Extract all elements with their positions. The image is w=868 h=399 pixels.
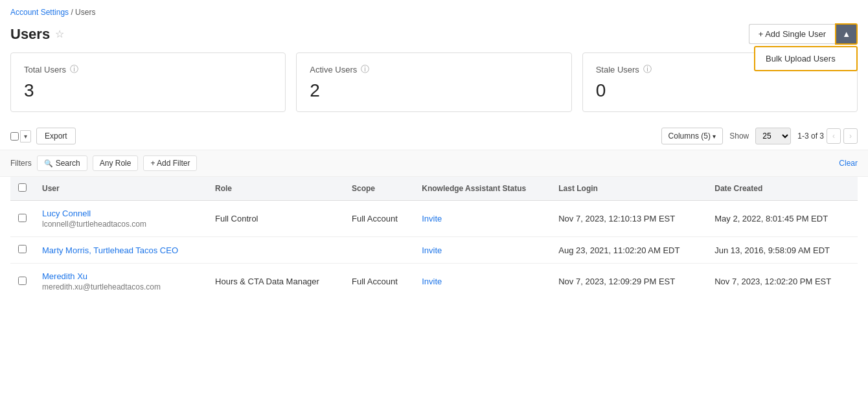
column-header-date-created: Date Created	[707, 177, 858, 201]
stats-row: Total Users ⓘ 3 Active Users ⓘ 2 Stale U…	[0, 52, 868, 122]
active-users-value: 2	[310, 80, 558, 101]
add-filter-button[interactable]: + Add Filter	[143, 155, 197, 171]
show-per-page-select[interactable]: 25 10 50 100	[755, 128, 791, 144]
total-users-info-icon[interactable]: ⓘ	[70, 63, 78, 75]
search-filter-icon: 🔍	[44, 159, 53, 168]
row-checkbox-0[interactable]	[18, 214, 27, 222]
pagination-wrap: 1-3 of 3 ‹ ›	[797, 128, 858, 144]
breadcrumb-parent-link[interactable]: Account Settings	[10, 8, 69, 17]
breadcrumb-separator: /	[71, 8, 73, 17]
show-label: Show	[729, 131, 749, 141]
table-header-checkbox	[10, 177, 34, 201]
column-header-user: User	[34, 177, 207, 201]
stale-users-value: 0	[596, 80, 844, 101]
table-row: Meredith Xu meredith.xu@turtleheadtacos.…	[10, 264, 858, 300]
page-title-wrap: Users ☆	[10, 26, 64, 43]
column-header-last-login: Last Login	[551, 177, 707, 201]
select-all-dropdown[interactable]: ▾	[20, 130, 31, 142]
row-checkbox-cell	[10, 201, 34, 237]
user-name-link-0[interactable]: Lucy Connell	[42, 209, 91, 218]
bulk-upload-dropdown: Bulk Upload Users	[754, 46, 858, 71]
bulk-upload-users-item[interactable]: Bulk Upload Users	[755, 47, 856, 70]
favorite-star-icon[interactable]: ☆	[55, 28, 64, 40]
role-cell-0: Full Control	[207, 201, 344, 237]
clear-filters-link[interactable]: Clear	[839, 159, 858, 168]
row-checkbox-2[interactable]	[18, 277, 27, 285]
role-filter-button[interactable]: Any Role	[93, 155, 139, 171]
scope-cell-2: Full Account	[344, 264, 414, 300]
active-users-info-icon[interactable]: ⓘ	[361, 63, 369, 75]
column-header-ka-status: Knowledge Assistant Status	[414, 177, 551, 201]
add-single-user-button[interactable]: + Add Single User	[749, 24, 835, 44]
row-checkbox-cell	[10, 264, 34, 300]
column-header-role: Role	[207, 177, 344, 201]
select-all-checkbox[interactable]	[10, 132, 19, 141]
page-header: Users ☆ + Add Single User ▲ Bulk Upload …	[0, 19, 868, 52]
user-name-link-2[interactable]: Meredith Xu	[42, 271, 87, 281]
breadcrumb-current: Users	[75, 8, 95, 17]
add-user-dropdown-toggle[interactable]: ▲	[835, 23, 858, 45]
row-checkbox-cell	[10, 237, 34, 264]
select-all-wrap: ▾	[10, 130, 31, 142]
breadcrumb: Account Settings / Users	[0, 0, 868, 19]
header-actions: + Add Single User ▲ Bulk Upload Users	[749, 23, 858, 45]
users-table-wrap: User Role Scope Knowledge Assistant Stat…	[0, 177, 868, 299]
active-users-label: Active Users ⓘ	[310, 63, 558, 75]
date-created-cell-1: Jun 13, 2016, 9:58:09 AM EDT	[707, 237, 858, 264]
total-users-label: Total Users ⓘ	[24, 63, 272, 75]
pagination-prev-button[interactable]: ‹	[827, 128, 841, 144]
stale-users-info-icon[interactable]: ⓘ	[643, 63, 652, 75]
user-name-link-1[interactable]: Marty Morris, Turtlehead Tacos CEO	[42, 245, 178, 255]
pagination-next-button[interactable]: ›	[843, 128, 858, 144]
user-email-2: meredith.xu@turtleheadtacos.com	[42, 282, 200, 291]
scope-cell-0: Full Account	[344, 201, 414, 237]
date-created-cell-2: Nov 7, 2023, 12:02:20 PM EST	[707, 264, 858, 300]
user-email-0: lconnell@turtleheadtacos.com	[42, 220, 200, 229]
table-row: Marty Morris, Turtlehead Tacos CEO Invit…	[10, 237, 858, 264]
last-login-cell-0: Nov 7, 2023, 12:10:13 PM EST	[551, 201, 707, 237]
total-users-value: 3	[24, 80, 272, 101]
active-users-card: Active Users ⓘ 2	[296, 52, 571, 112]
export-button[interactable]: Export	[36, 128, 76, 144]
user-cell-1: Marty Morris, Turtlehead Tacos CEO	[34, 237, 207, 264]
filter-left: Filters 🔍 Search Any Role + Add Filter	[10, 155, 197, 171]
role-cell-2: Hours & CTA Data Manager	[207, 264, 344, 300]
table-select-all-checkbox[interactable]	[18, 183, 27, 192]
toolbar-row: ▾ Export Columns (5) ▾ Show 25 10 50 100…	[0, 122, 868, 150]
date-created-cell-0: May 2, 2022, 8:01:45 PM EDT	[707, 201, 858, 237]
search-filter-button[interactable]: 🔍 Search	[37, 155, 87, 171]
scope-cell-1	[344, 237, 414, 264]
ka-status-cell-0: Invite	[414, 201, 551, 237]
role-cell-1	[207, 237, 344, 264]
user-cell-2: Meredith Xu meredith.xu@turtleheadtacos.…	[34, 264, 207, 300]
invite-link-1[interactable]: Invite	[422, 245, 442, 255]
table-row: Lucy Connell lconnell@turtleheadtacos.co…	[10, 201, 858, 237]
filter-row: Filters 🔍 Search Any Role + Add Filter C…	[0, 150, 868, 177]
filters-label: Filters	[10, 159, 32, 168]
row-checkbox-1[interactable]	[18, 245, 27, 253]
users-table: User Role Scope Knowledge Assistant Stat…	[10, 177, 858, 299]
user-cell-0: Lucy Connell lconnell@turtleheadtacos.co…	[34, 201, 207, 237]
last-login-cell-1: Aug 23, 2021, 11:02:20 AM EDT	[551, 237, 707, 264]
invite-link-0[interactable]: Invite	[422, 214, 442, 223]
page-title: Users	[10, 26, 50, 43]
column-header-scope: Scope	[344, 177, 414, 201]
invite-link-2[interactable]: Invite	[422, 277, 442, 286]
toolbar-left: ▾ Export	[10, 128, 76, 144]
columns-button[interactable]: Columns (5) ▾	[661, 128, 724, 144]
total-users-card: Total Users ⓘ 3	[10, 52, 286, 112]
pagination-info: 1-3 of 3	[797, 131, 824, 141]
columns-chevron-icon: ▾	[713, 133, 716, 140]
ka-status-cell-1: Invite	[414, 237, 551, 264]
table-header-row: User Role Scope Knowledge Assistant Stat…	[10, 177, 858, 201]
toolbar-right: Columns (5) ▾ Show 25 10 50 100 1-3 of 3…	[661, 128, 858, 144]
ka-status-cell-2: Invite	[414, 264, 551, 300]
last-login-cell-2: Nov 7, 2023, 12:09:29 PM EST	[551, 264, 707, 300]
